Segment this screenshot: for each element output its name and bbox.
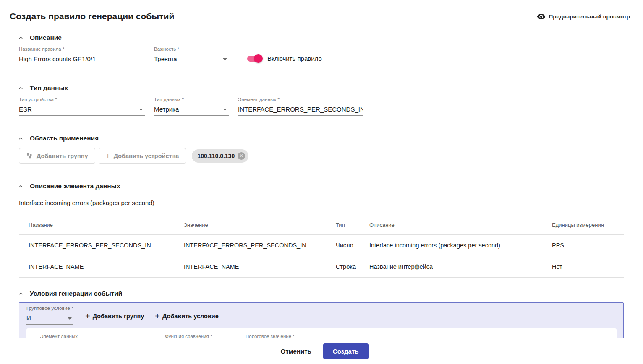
add-condition-label: Добавить условие bbox=[162, 313, 219, 320]
page-title: Создать правило генерации событий bbox=[10, 11, 174, 21]
section-element-desc-header: Описание элемента данных bbox=[17, 182, 633, 190]
toggle-track[interactable] bbox=[247, 56, 261, 62]
preview-button[interactable]: Предварительный просмотр bbox=[537, 12, 633, 21]
rule-name-value[interactable]: High Errors counts GE1/0/1 bbox=[19, 53, 145, 65]
cell-type: Строка bbox=[326, 256, 360, 278]
element-description-text: Interface incoming errors (packages per … bbox=[19, 199, 633, 206]
cell-name: INTERFACE_NAME bbox=[19, 256, 174, 278]
col-header-units: Единицы измерения bbox=[542, 216, 624, 235]
add-condition-group-button[interactable]: + Добавить группу bbox=[84, 312, 146, 325]
scope-row: Добавить группу + Добавить устройства 10… bbox=[19, 148, 633, 164]
divider bbox=[10, 283, 633, 283]
dropdown-arrow-icon bbox=[223, 58, 227, 60]
group-tree-icon bbox=[26, 152, 33, 159]
section-description-header: Описание bbox=[17, 34, 633, 42]
element-meta-table: Название Значение Тип Описание Единицы и… bbox=[19, 216, 624, 278]
create-rule-page: Создать правило генерации событий Предва… bbox=[0, 0, 643, 364]
divider bbox=[10, 173, 633, 173]
cell-value: INTERFACE_NAME bbox=[174, 256, 326, 278]
device-type-label: Тип устройства * bbox=[19, 97, 145, 102]
add-condition-group-label: Добавить группу bbox=[93, 313, 144, 320]
cell-description: Interface incoming errors (packages per … bbox=[360, 235, 542, 256]
add-group-label: Добавить группу bbox=[37, 153, 88, 159]
device-type-value[interactable]: ESR bbox=[19, 104, 145, 116]
severity-select[interactable]: Важность * Тревога bbox=[154, 47, 229, 65]
data-element-label: Элемент данных * bbox=[238, 97, 363, 102]
cell-value: INTERFACE_ERRORS_PER_SECONDS_IN bbox=[174, 235, 326, 256]
eye-icon bbox=[537, 12, 546, 21]
table-row: INTERFACE_NAME INTERFACE_NAME Строка Наз… bbox=[19, 256, 624, 278]
data-kind-value[interactable]: Метрика bbox=[154, 104, 229, 116]
header: Создать правило генерации событий Предва… bbox=[10, 0, 633, 21]
data-type-fields: Тип устройства * ESR Тип данных * Метрик… bbox=[19, 97, 633, 116]
section-data-type-header: Тип данных bbox=[17, 84, 633, 92]
table-header-row: Название Значение Тип Описание Единицы и… bbox=[19, 216, 624, 235]
cell-name: INTERFACE_ERRORS_PER_SECONDS_IN bbox=[19, 235, 174, 256]
section-data-type-title: Тип данных bbox=[30, 84, 68, 92]
enable-rule-label: Включить правило bbox=[267, 55, 322, 62]
chip-remove-icon[interactable]: ✕ bbox=[238, 152, 245, 160]
create-button[interactable]: Создать bbox=[323, 343, 369, 359]
add-devices-label: Добавить устройства bbox=[114, 153, 179, 159]
cell-units: PPS bbox=[542, 235, 624, 256]
add-condition-button[interactable]: + Добавить условие bbox=[153, 312, 220, 325]
section-conditions-header: Условия генерации событий bbox=[17, 290, 633, 297]
add-devices-button[interactable]: + Добавить устройства bbox=[99, 148, 186, 164]
footer-actions: Отменить Создать bbox=[0, 338, 643, 364]
plus-icon: + bbox=[106, 152, 110, 160]
data-element-field[interactable]: Элемент данных * INTERFACE_ERRORS_PER_SE… bbox=[238, 97, 363, 116]
table-row: INTERFACE_ERRORS_PER_SECONDS_IN INTERFAC… bbox=[19, 235, 624, 256]
divider bbox=[10, 75, 633, 75]
group-condition-value[interactable]: И bbox=[26, 312, 73, 325]
section-conditions-title: Условия генерации событий bbox=[30, 290, 122, 297]
chevron-up-icon[interactable] bbox=[17, 34, 24, 41]
group-condition-label: Групповое условие * bbox=[26, 306, 73, 311]
rule-name-field[interactable]: Название правила * High Errors counts GE… bbox=[19, 47, 145, 65]
data-kind-label: Тип данных * bbox=[154, 97, 229, 102]
conditions-toolbar: Групповое условие * И + Добавить группу … bbox=[26, 306, 617, 325]
toggle-thumb[interactable] bbox=[254, 54, 263, 63]
dropdown-arrow-icon bbox=[68, 317, 72, 320]
chevron-up-icon[interactable] bbox=[17, 183, 24, 190]
description-fields: Название правила * High Errors counts GE… bbox=[19, 47, 633, 65]
cell-description: Название интерфейса bbox=[360, 256, 542, 278]
cancel-button[interactable]: Отменить bbox=[275, 344, 317, 359]
dropdown-arrow-icon bbox=[139, 109, 143, 111]
device-chip-label: 100.110.0.130 bbox=[197, 153, 235, 159]
severity-label: Важность * bbox=[154, 47, 229, 52]
chevron-up-icon[interactable] bbox=[17, 290, 24, 297]
plus-icon: + bbox=[155, 312, 160, 320]
enable-rule-toggle[interactable]: Включить правило bbox=[247, 55, 322, 62]
add-group-button[interactable]: Добавить группу bbox=[19, 148, 95, 164]
device-type-select[interactable]: Тип устройства * ESR bbox=[19, 97, 145, 116]
severity-value[interactable]: Тревога bbox=[154, 53, 229, 65]
divider bbox=[10, 125, 633, 125]
col-header-value: Значение bbox=[174, 216, 326, 235]
dropdown-arrow-icon bbox=[223, 109, 227, 111]
cell-type: Число bbox=[326, 235, 360, 256]
data-kind-select[interactable]: Тип данных * Метрика bbox=[154, 97, 229, 116]
chevron-up-icon[interactable] bbox=[17, 85, 24, 91]
col-header-type: Тип bbox=[326, 216, 360, 235]
preview-label: Предварительный просмотр bbox=[549, 13, 630, 20]
section-scope-header: Область применения bbox=[17, 135, 633, 142]
group-condition-select[interactable]: Групповое условие * И bbox=[26, 306, 73, 325]
cell-units: Нет bbox=[542, 256, 624, 278]
data-element-value[interactable]: INTERFACE_ERRORS_PER_SECONDS_IN bbox=[238, 104, 363, 116]
section-scope-title: Область применения bbox=[30, 135, 99, 142]
plus-icon: + bbox=[85, 312, 90, 320]
rule-name-label: Название правила * bbox=[19, 47, 145, 52]
chevron-up-icon[interactable] bbox=[17, 135, 24, 142]
section-description-title: Описание bbox=[30, 34, 62, 42]
col-header-description: Описание bbox=[360, 216, 542, 235]
col-header-name: Название bbox=[19, 216, 174, 235]
device-chip: 100.110.0.130 ✕ bbox=[192, 149, 248, 163]
section-element-desc-title: Описание элемента данных bbox=[30, 182, 120, 190]
